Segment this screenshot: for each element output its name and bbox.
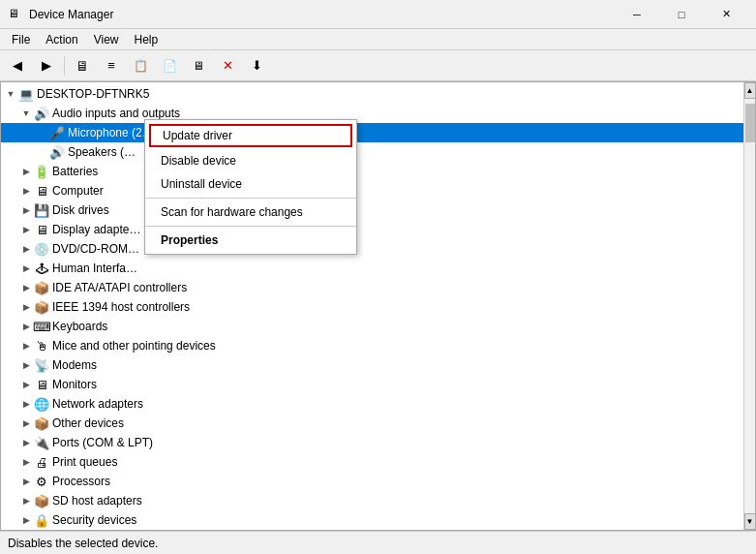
tree-item-ide[interactable]: ▶📦IDE ATA/ATAPI controllers: [1, 278, 743, 297]
toolbar-back-button[interactable]: ◀: [4, 53, 31, 78]
tree-item-speakers[interactable]: 🔊Speakers (…: [1, 142, 743, 162]
tree-item-monitors[interactable]: ▶🖥Monitors: [1, 375, 743, 394]
device-icon-computer: 🖥: [34, 183, 49, 199]
tree-label-root: DESKTOP-DFTNRK5: [37, 87, 743, 101]
window-controls: ─ □ ✕: [615, 0, 748, 29]
vertical-scrollbar[interactable]: ▲ ▼: [743, 82, 755, 530]
tree-item-ieee[interactable]: ▶📦IEEE 1394 host controllers: [1, 297, 743, 317]
tree-item-dvd[interactable]: ▶💿DVD/CD-ROM…: [1, 239, 743, 259]
ctx-item-update-driver[interactable]: Update driver: [149, 124, 352, 147]
device-icon-root: 💻: [18, 86, 34, 102]
expand-icon-microphone: [34, 125, 49, 140]
device-icon-security: 🔒: [34, 512, 49, 528]
tree-item-batteries[interactable]: ▶🔋Batteries: [1, 162, 743, 181]
menu-item-help[interactable]: Help: [127, 31, 166, 48]
expand-icon-modems[interactable]: ▶: [18, 357, 34, 373]
tree-item-other[interactable]: ▶📦Other devices: [1, 414, 743, 433]
tree-label-monitors: Monitors: [52, 378, 743, 391]
maximize-button[interactable]: □: [659, 0, 704, 29]
expand-icon-security[interactable]: ▶: [18, 512, 34, 528]
ctx-item-disable-device[interactable]: Disable device: [145, 149, 356, 172]
toolbar-list-button[interactable]: ≡: [98, 53, 125, 78]
device-icon-ports: 🔌: [34, 435, 49, 450]
close-button[interactable]: ✕: [704, 0, 748, 29]
tree-label-ide: IDE ATA/ATAPI controllers: [52, 281, 743, 294]
expand-icon-computer[interactable]: ▶: [18, 183, 34, 199]
tree-item-processors[interactable]: ▶⚙Processors: [1, 472, 743, 491]
expand-icon-other[interactable]: ▶: [18, 416, 34, 431]
tree-item-human[interactable]: ▶🕹Human Interfa…: [1, 259, 743, 278]
expand-icon-speakers: [34, 144, 49, 160]
toolbar-delete-button[interactable]: ✕: [214, 53, 241, 78]
toolbar: ◀ ▶ 🖥 ≡ 📋 📄 🖥 ✕ ⬇: [0, 50, 756, 81]
expand-icon-root[interactable]: ▼: [3, 86, 18, 102]
expand-icon-monitors[interactable]: ▶: [18, 377, 34, 392]
expand-icon-ide[interactable]: ▶: [18, 280, 34, 295]
device-icon-keyboards: ⌨: [34, 319, 49, 334]
expand-icon-disk[interactable]: ▶: [18, 202, 34, 218]
toolbar-separator-1: [64, 56, 65, 76]
scroll-track[interactable]: [744, 99, 756, 513]
tree-item-network[interactable]: ▶🌐Network adapters: [1, 394, 743, 414]
device-icon-audio: 🔊: [34, 106, 49, 121]
context-menu: Update driverDisable deviceUninstall dev…: [144, 119, 357, 255]
expand-icon-human[interactable]: ▶: [18, 261, 34, 276]
tree-item-audio[interactable]: ▼🔊Audio inputs and outputs: [1, 104, 743, 123]
scroll-up-arrow[interactable]: ▲: [744, 82, 756, 99]
device-tree[interactable]: ▼💻DESKTOP-DFTNRK5▼🔊Audio inputs and outp…: [1, 82, 743, 530]
tree-item-microphone[interactable]: 🎤Microphone (2… High Definition Audio De…: [1, 123, 743, 142]
expand-icon-display[interactable]: ▶: [18, 222, 34, 237]
device-icon-ide: 📦: [34, 280, 49, 295]
tree-label-network: Network adapters: [52, 397, 743, 411]
ctx-separator: [145, 198, 356, 199]
ctx-item-properties[interactable]: Properties: [145, 229, 356, 252]
toolbar-forward-button[interactable]: ▶: [33, 53, 60, 78]
tree-item-computer[interactable]: ▶🖥Computer: [1, 181, 743, 200]
device-icon-network: 🌐: [34, 396, 49, 412]
expand-icon-ports[interactable]: ▶: [18, 435, 34, 450]
toolbar-scan-button[interactable]: ⬇: [243, 53, 270, 78]
expand-icon-ieee[interactable]: ▶: [18, 299, 34, 315]
minimize-button[interactable]: ─: [615, 0, 659, 29]
tree-item-disk[interactable]: ▶💾Disk drives: [1, 200, 743, 220]
tree-label-ports: Ports (COM & LPT): [52, 436, 743, 449]
toolbar-monitor-button[interactable]: 🖥: [185, 53, 212, 78]
toolbar-update-button[interactable]: 📄: [156, 53, 183, 78]
device-icon-speakers: 🔊: [49, 144, 65, 160]
expand-icon-network[interactable]: ▶: [18, 396, 34, 412]
tree-label-keyboards: Keyboards: [52, 320, 743, 333]
device-icon-modems: 📡: [34, 357, 49, 373]
tree-label-sd: SD host adapters: [52, 494, 743, 508]
menu-item-file[interactable]: File: [4, 31, 38, 48]
tree-item-mice[interactable]: ▶🖱Mice and other pointing devices: [1, 336, 743, 355]
tree-item-security[interactable]: ▶🔒Security devices: [1, 510, 743, 530]
device-icon-human: 🕹: [34, 261, 49, 276]
toolbar-computer-button[interactable]: 🖥: [69, 53, 96, 78]
ctx-item-uninstall-device[interactable]: Uninstall device: [145, 172, 356, 196]
tree-label-print: Print queues: [52, 455, 743, 469]
expand-icon-dvd[interactable]: ▶: [18, 241, 34, 257]
device-icon-batteries: 🔋: [34, 164, 49, 179]
tree-item-sd[interactable]: ▶📦SD host adapters: [1, 491, 743, 510]
tree-item-modems[interactable]: ▶📡Modems: [1, 355, 743, 375]
tree-item-display[interactable]: ▶🖥Display adapte…: [1, 220, 743, 239]
device-icon-mice: 🖱: [34, 338, 49, 354]
tree-item-ports[interactable]: ▶🔌Ports (COM & LPT): [1, 433, 743, 452]
tree-label-security: Security devices: [52, 513, 743, 527]
expand-icon-print[interactable]: ▶: [18, 454, 34, 470]
tree-item-keyboards[interactable]: ▶⌨Keyboards: [1, 317, 743, 336]
expand-icon-mice[interactable]: ▶: [18, 338, 34, 354]
scroll-thumb[interactable]: [745, 104, 755, 142]
menu-item-action[interactable]: Action: [38, 31, 85, 48]
menu-bar: FileActionViewHelp: [0, 29, 756, 50]
expand-icon-audio[interactable]: ▼: [18, 106, 34, 121]
expand-icon-processors[interactable]: ▶: [18, 474, 34, 489]
tree-item-print[interactable]: ▶🖨Print queues: [1, 452, 743, 472]
toolbar-properties-button[interactable]: 📋: [127, 53, 154, 78]
expand-icon-sd[interactable]: ▶: [18, 493, 34, 508]
expand-icon-batteries[interactable]: ▶: [18, 164, 34, 179]
tree-item-root[interactable]: ▼💻DESKTOP-DFTNRK5: [1, 84, 743, 104]
scroll-down-arrow[interactable]: ▼: [744, 513, 756, 530]
ctx-item-scan-hardware[interactable]: Scan for hardware changes: [145, 200, 356, 224]
menu-item-view[interactable]: View: [86, 31, 127, 48]
